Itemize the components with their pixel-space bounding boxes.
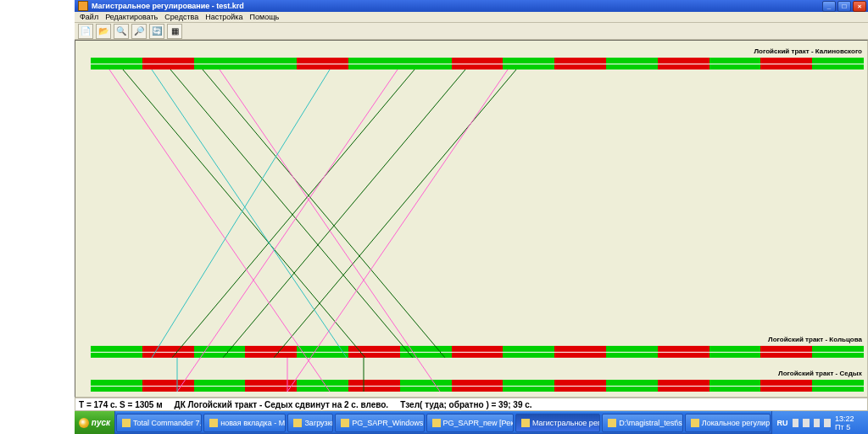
start-button[interactable]: пуск: [75, 411, 115, 434]
windows-taskbar: пуск Total Commander 7.0…новая вкладка -…: [75, 411, 868, 434]
taskbar-item[interactable]: D:\magistral_test\sc…: [602, 414, 683, 432]
taskbar-item[interactable]: новая вкладка - Mo…: [203, 414, 286, 432]
status-right: Тзел( туда; обратно ) = 39; 39 с.: [400, 400, 531, 409]
toolbar: 📄 📂 🔍 🔎 🔄 ▦: [75, 23, 868, 40]
system-tray[interactable]: RU 13:22 Пт 5: [771, 411, 868, 434]
open-button[interactable]: 📂: [96, 24, 111, 39]
minimize-button[interactable]: _: [822, 1, 836, 12]
taskbar-item-icon: [293, 419, 302, 427]
svg-line-9: [287, 70, 508, 392]
clock[interactable]: 13:22 Пт 5: [835, 415, 863, 431]
app-icon: [78, 1, 88, 11]
status-left: T = 174 c. S = 1305 м: [79, 400, 163, 409]
taskbar-item[interactable]: Магистральное регу…: [515, 414, 600, 432]
taskbar-item[interactable]: Локальное регулиро…: [685, 414, 771, 432]
tray-icon-4[interactable]: [824, 419, 831, 427]
menu-edit[interactable]: Редактировать: [105, 13, 158, 21]
svg-line-1: [170, 70, 413, 358]
menu-bar: Файл Редактировать Средства Настройка По…: [75, 12, 868, 23]
taskbar-item-icon: [691, 419, 699, 427]
taskbar-item-icon: [209, 419, 218, 427]
search-button[interactable]: 🔍: [114, 24, 129, 39]
new-button[interactable]: 📄: [78, 24, 93, 39]
svg-line-0: [123, 70, 365, 358]
taskbar-item-icon: [521, 419, 530, 427]
taskbar-items: Total Commander 7.0…новая вкладка - Mo…З…: [115, 411, 771, 434]
taskbar-item-label: D:\magistral_test\sc…: [619, 419, 683, 427]
taskbar-item[interactable]: Загрузки: [287, 414, 333, 432]
windows-logo-icon: [79, 418, 89, 428]
taskbar-item-label: Загрузки: [304, 419, 333, 427]
taskbar-item[interactable]: Total Commander 7.0…: [116, 414, 202, 432]
svg-line-6: [109, 70, 330, 392]
taskbar-item[interactable]: PG_SAPR_Windows J…: [335, 414, 424, 432]
svg-line-5: [274, 70, 516, 358]
taskbar-item-icon: [608, 419, 616, 427]
svg-line-4: [223, 70, 465, 358]
window-titlebar: Магистральное регулирование - test.krd _…: [75, 0, 868, 12]
start-label: пуск: [92, 418, 110, 427]
window-title: Магистральное регулирование - test.krd: [92, 2, 822, 10]
menu-settings[interactable]: Настройка: [205, 13, 242, 21]
taskbar-item[interactable]: PG_SAPR_new [Рекo…: [426, 414, 514, 432]
zoom-button[interactable]: 🔎: [131, 24, 147, 39]
taskbar-item-label: Total Commander 7.0…: [133, 419, 202, 427]
taskbar-item-label: PG_SAPR_Windows J…: [352, 419, 424, 427]
svg-line-7: [220, 70, 440, 392]
tray-icon-3[interactable]: [814, 419, 821, 427]
maximize-button[interactable]: □: [837, 1, 851, 12]
taskbar-item-label: новая вкладка - Mo…: [220, 419, 286, 427]
diagram-canvas[interactable]: Логойский тракт - Калиновского Логойский…: [75, 40, 868, 398]
taskbar-item-label: PG_SAPR_new [Рекo…: [443, 419, 514, 427]
svg-line-11: [152, 70, 330, 358]
taskbar-item-icon: [432, 419, 441, 427]
status-bar: T = 174 c. S = 1305 м ДК Логойский тракт…: [75, 398, 868, 411]
status-main: ДК Логойский тракт - Седых сдвинут на 2 …: [175, 400, 389, 409]
refresh-button[interactable]: 🔄: [149, 24, 164, 39]
close-button[interactable]: ×: [853, 1, 866, 12]
taskbar-item-icon: [122, 419, 131, 427]
menu-tools[interactable]: Средства: [164, 13, 198, 21]
language-indicator[interactable]: RU: [777, 419, 788, 427]
taskbar-item-icon: [341, 419, 349, 427]
page-margin-left: [0, 0, 75, 434]
menu-help[interactable]: Помощь: [250, 13, 280, 21]
connection-lines: [75, 41, 868, 398]
taskbar-item-label: Магистральное регу…: [532, 419, 600, 427]
tray-icon-1[interactable]: [793, 419, 799, 427]
grid-button[interactable]: ▦: [167, 24, 182, 39]
taskbar-item-label: Локальное регулиро…: [702, 419, 771, 427]
svg-line-8: [177, 70, 398, 392]
tray-icon-2[interactable]: [803, 419, 810, 427]
menu-file[interactable]: Файл: [80, 13, 98, 21]
